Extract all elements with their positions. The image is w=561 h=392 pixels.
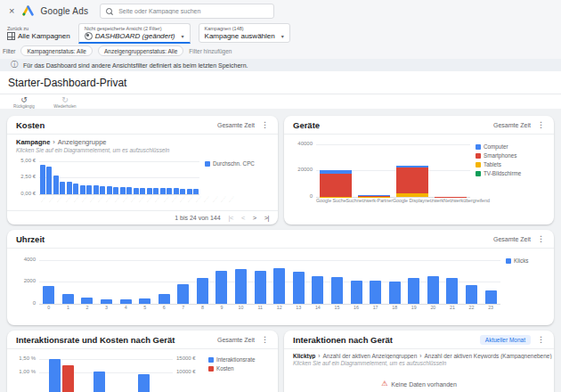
card-header: Kosten Gesamte Zeit ⋮	[7, 116, 278, 135]
breadcrumb-level-3[interactable]: Anzahl der aktiven Keywords (Kampagneneb…	[425, 353, 552, 359]
kebab-menu-icon[interactable]: ⋮	[537, 121, 545, 129]
bar[interactable]	[273, 268, 285, 304]
chevron-down-icon: ▾	[281, 33, 284, 39]
bar[interactable]	[62, 294, 74, 304]
bar[interactable]	[62, 365, 74, 392]
bar-group[interactable]	[138, 374, 163, 392]
stacked-bar[interactable]	[320, 170, 352, 197]
legend-item[interactable]: Kosten	[208, 365, 269, 372]
bar[interactable]	[134, 188, 139, 194]
legend-item[interactable]: Durchschn. CPC	[205, 160, 269, 167]
legend-item[interactable]: Interaktionsrate	[208, 356, 269, 363]
bar[interactable]	[215, 271, 227, 304]
top-bar: × Google Ads	[0, 0, 561, 21]
bar[interactable]	[351, 281, 362, 304]
bar[interactable]	[177, 284, 189, 304]
bar[interactable]	[94, 372, 105, 392]
bar[interactable]	[197, 278, 208, 304]
bar-segment	[320, 197, 352, 198]
bar-group[interactable]	[49, 359, 74, 392]
date-range-label[interactable]: Gesamte Zeit	[217, 122, 255, 128]
bar[interactable]	[67, 182, 72, 194]
x-axis-labels: ········································…	[39, 195, 199, 203]
kebab-menu-icon[interactable]: ⋮	[537, 235, 545, 243]
campaign-picker-dropdown[interactable]: Kampagnen (148) Kampagne auswählen ▾	[199, 23, 290, 43]
search-input[interactable]	[117, 7, 268, 15]
bar[interactable]	[255, 271, 266, 304]
x-axis-label: 0	[39, 305, 59, 313]
first-page-icon[interactable]: |<	[229, 214, 233, 222]
breadcrumb-sep-icon: ›	[53, 138, 55, 146]
kebab-menu-icon[interactable]: ⋮	[261, 336, 269, 344]
breadcrumb-sep-icon: ›	[318, 353, 320, 359]
bar[interactable]	[60, 182, 65, 194]
x-axis-label: 18	[385, 305, 404, 313]
bar[interactable]	[293, 272, 305, 304]
bar[interactable]	[312, 276, 323, 304]
legend-item[interactable]: Computer	[476, 143, 545, 150]
back-to-all-campaigns[interactable]: Zurück zu Alle Kampagnen	[7, 26, 70, 40]
add-filter-button[interactable]: Filter hinzufügen	[189, 48, 232, 54]
bar[interactable]	[46, 167, 52, 194]
stacked-bar[interactable]	[358, 195, 390, 197]
card-interaktionsrate-kosten: Interaktionsrate und Kosten nach Gerät G…	[7, 331, 278, 392]
plot-area	[39, 159, 199, 194]
bar[interactable]	[94, 185, 99, 194]
legend-item[interactable]: Smartphones	[476, 152, 545, 159]
bar[interactable]	[40, 165, 45, 194]
bar[interactable]	[53, 176, 59, 194]
bar[interactable]	[370, 281, 381, 304]
bar[interactable]	[81, 298, 93, 304]
last-page-icon[interactable]: >|	[264, 214, 269, 222]
filter-chip-adgroup-status[interactable]: Anzeigengruppenstatus: Alle	[98, 45, 183, 56]
legend-item[interactable]: Tablets	[476, 161, 545, 167]
bar[interactable]	[446, 278, 458, 304]
legend-label: Interaktionsrate	[216, 356, 255, 363]
bar[interactable]	[235, 269, 247, 304]
breadcrumb-level-2[interactable]: Anzeigengruppe	[58, 138, 107, 146]
geraete-stacked-bar-chart[interactable]: 40000200000Google SucheSuchnetzwerk-Part…	[284, 135, 554, 206]
close-icon[interactable]: ×	[7, 6, 16, 16]
x-axis-label: 9	[212, 305, 232, 313]
bar[interactable]	[73, 184, 78, 194]
bar[interactable]	[100, 186, 105, 194]
view-picker-dropdown[interactable]: Nicht gespeicherte Ansicht (2 Filter) DA…	[78, 23, 191, 44]
drilldown-breadcrumb: Klicktyp › Anzahl der aktiven Anzeigengr…	[284, 349, 554, 359]
bar[interactable]	[159, 294, 170, 304]
stacked-bar[interactable]	[435, 197, 467, 198]
prev-page-icon[interactable]: <	[241, 214, 245, 222]
breadcrumb-level-1[interactable]: Klicktyp	[293, 353, 315, 359]
bar-group[interactable]	[94, 372, 118, 392]
bar[interactable]	[139, 298, 150, 304]
date-range-chip[interactable]: Aktueller Monat	[480, 335, 531, 345]
breadcrumb-level-2[interactable]: Anzahl der aktiven Anzeigengruppen	[322, 353, 417, 359]
bar[interactable]	[466, 285, 477, 304]
bar[interactable]	[389, 282, 401, 304]
bar[interactable]	[101, 299, 112, 304]
interaktion-grouped-bar-chart[interactable]: 1,50 %1,00 %15000 €10000 €Interaktionsra…	[7, 349, 278, 392]
bar[interactable]	[331, 277, 343, 304]
bar[interactable]	[120, 299, 132, 304]
date-range-label[interactable]: Gesamte Zeit	[493, 122, 531, 128]
legend-item[interactable]: TV-Bildschirme	[476, 170, 545, 176]
bar[interactable]	[408, 278, 419, 304]
bar[interactable]	[49, 359, 61, 392]
date-range-label[interactable]: Gesamte Zeit	[493, 236, 531, 242]
kosten-bar-chart[interactable]: 5,00 €2,50 €0,00 €······················…	[7, 155, 278, 203]
uhrzeit-bar-chart[interactable]: 4000200000123456789101112131415161718192…	[7, 249, 554, 313]
next-page-icon[interactable]: >	[253, 214, 256, 222]
gridline	[39, 304, 500, 305]
legend-item[interactable]: Klicks	[506, 257, 545, 264]
stacked-bar[interactable]	[396, 166, 428, 197]
bar[interactable]	[485, 290, 497, 304]
bar[interactable]	[427, 276, 439, 304]
date-range-label[interactable]: Gesamte Zeit	[217, 337, 255, 343]
bar[interactable]	[43, 286, 54, 304]
kebab-menu-icon[interactable]: ⋮	[261, 121, 269, 129]
filter-chip-campaign-status[interactable]: Kampagnenstatus: Alle	[20, 45, 93, 56]
breadcrumb-level-1[interactable]: Kampagne	[16, 138, 50, 146]
search-box[interactable]	[100, 4, 274, 19]
bar[interactable]	[167, 188, 172, 194]
bar[interactable]	[138, 374, 150, 392]
kebab-menu-icon[interactable]: ⋮	[537, 336, 545, 344]
